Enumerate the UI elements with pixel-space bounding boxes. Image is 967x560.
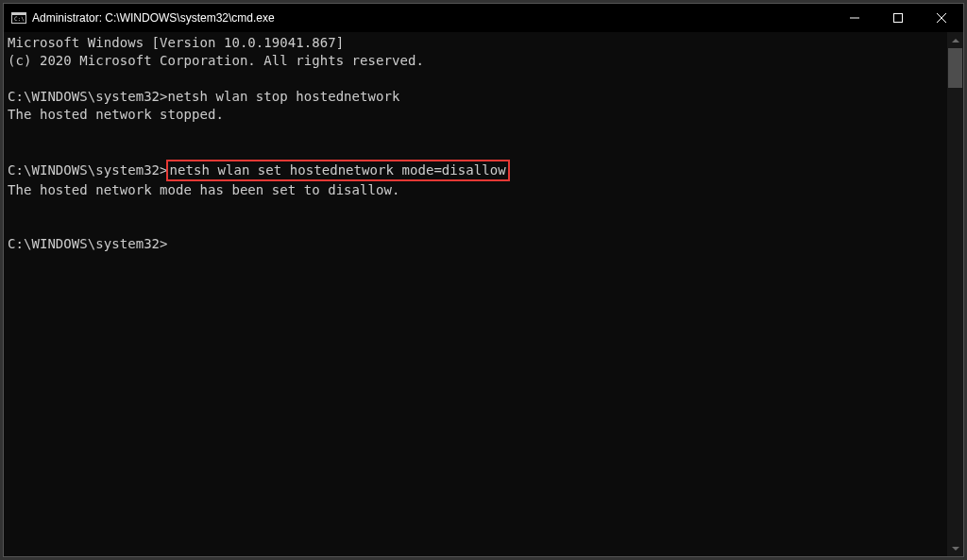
maximize-button[interactable] (876, 4, 920, 32)
terminal-line: C:\WINDOWS\system32>netsh wlan stop host… (8, 88, 947, 106)
prompt: C:\WINDOWS\system32> (8, 89, 168, 104)
terminal-line: C:\WINDOWS\system32> (8, 235, 947, 253)
terminal-line (8, 199, 947, 217)
command: netsh wlan stop hostednetwork (168, 89, 400, 104)
cmd-window: C:\ Administrator: C:\WINDOWS\system32\c… (3, 3, 964, 557)
svg-marker-8 (952, 547, 959, 551)
titlebar[interactable]: C:\ Administrator: C:\WINDOWS\system32\c… (4, 4, 963, 32)
svg-text:C:\: C:\ (14, 15, 25, 22)
terminal-line (8, 142, 947, 160)
terminal-line: (c) 2020 Microsoft Corporation. All righ… (8, 52, 947, 70)
scroll-up-button[interactable] (947, 32, 963, 48)
command: netsh wlan set hostednetwork mode=disall… (166, 160, 510, 181)
terminal-wrap: Microsoft Windows [Version 10.0.19041.86… (4, 32, 963, 556)
minimize-button[interactable] (833, 4, 876, 32)
scroll-thumb[interactable] (948, 48, 962, 88)
terminal-line: The hosted network stopped. (8, 106, 947, 124)
terminal-output[interactable]: Microsoft Windows [Version 10.0.19041.86… (4, 32, 947, 556)
terminal-line (8, 217, 947, 235)
scrollbar[interactable] (947, 32, 963, 556)
terminal-line: Microsoft Windows [Version 10.0.19041.86… (8, 34, 947, 52)
cmd-icon: C:\ (11, 10, 26, 25)
scroll-down-button[interactable] (947, 540, 963, 556)
close-button[interactable] (920, 4, 963, 32)
terminal-line (8, 124, 947, 142)
terminal-line (8, 70, 947, 88)
terminal-line: C:\WINDOWS\system32>netsh wlan set hoste… (8, 160, 947, 181)
window-title: Administrator: C:\WINDOWS\system32\cmd.e… (32, 11, 275, 25)
terminal-line: The hosted network mode has been set to … (8, 181, 947, 199)
prompt: C:\WINDOWS\system32> (8, 162, 168, 178)
svg-marker-7 (952, 39, 959, 42)
prompt: C:\WINDOWS\system32> (8, 236, 168, 251)
window-controls (833, 4, 963, 32)
svg-rect-4 (894, 14, 903, 23)
